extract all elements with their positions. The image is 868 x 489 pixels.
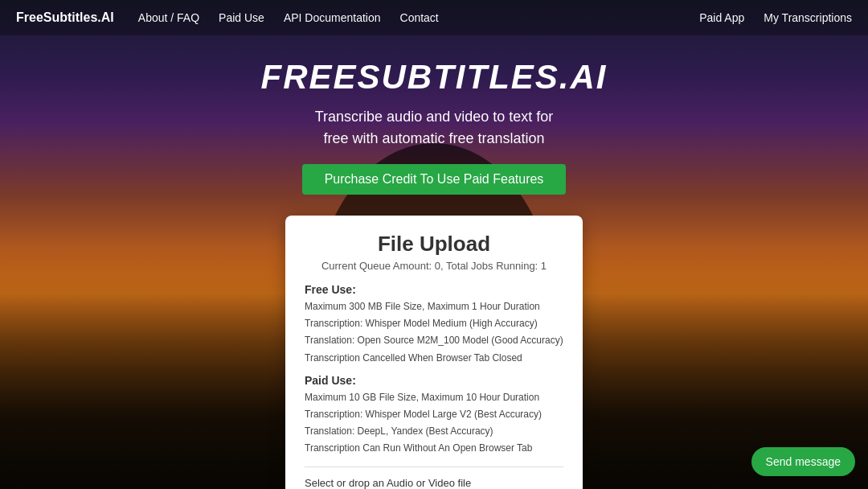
free-use-line-0: Maximum 300 MB File Size, Maximum 1 Hour… (305, 299, 563, 314)
hero-title: FREESUBTITLES.AI (16, 58, 852, 97)
file-field-label: Select or drop an Audio or Video file (305, 477, 563, 489)
paid-use-line-3: Transcription Can Run Without An Open Br… (305, 441, 563, 456)
paid-app-link[interactable]: Paid App (699, 11, 744, 24)
free-use-line-1: Transcription: Whisper Model Medium (Hig… (305, 316, 563, 331)
purchase-credit-button[interactable]: Purchase Credit To Use Paid Features (302, 164, 567, 195)
paid-use-link[interactable]: Paid Use (219, 11, 264, 24)
upload-card: File Upload Current Queue Amount: 0, Tot… (285, 216, 583, 489)
free-use-line-2: Translation: Open Source M2M_100 Model (… (305, 333, 563, 348)
paid-use-line-1: Transcription: Whisper Model Large V2 (B… (305, 407, 563, 422)
hero-subtitle-line2: free with automatic free translation (323, 130, 544, 146)
navbar: FreeSubtitles.AI About / FAQ Paid Use AP… (0, 0, 868, 35)
free-use-line-3: Transcription Cancelled When Browser Tab… (305, 351, 563, 366)
divider (305, 466, 563, 467)
paid-use-label: Paid Use: (305, 374, 563, 387)
about-faq-link[interactable]: About / FAQ (138, 11, 199, 24)
paid-use-line-2: Translation: DeepL, Yandex (Best Accurac… (305, 424, 563, 439)
hero-subtitle: Transcribe audio and video to text for f… (16, 106, 852, 150)
contact-link[interactable]: Contact (400, 11, 439, 24)
brand-logo[interactable]: FreeSubtitles.AI (16, 10, 114, 25)
send-message-button[interactable]: Send message (751, 447, 855, 476)
nav-links: About / FAQ Paid Use API Documentation C… (138, 11, 699, 24)
api-docs-link[interactable]: API Documentation (284, 11, 381, 24)
free-use-label: Free Use: (305, 283, 563, 296)
hero-subtitle-line1: Transcribe audio and video to text for (315, 109, 554, 125)
nav-right: Paid App My Transcriptions (699, 11, 852, 24)
main-content: File Upload Current Queue Amount: 0, Tot… (0, 208, 868, 489)
queue-info: Current Queue Amount: 0, Total Jobs Runn… (305, 260, 563, 272)
paid-use-line-0: Maximum 10 GB File Size, Maximum 10 Hour… (305, 390, 563, 405)
my-transcriptions-link[interactable]: My Transcriptions (764, 11, 852, 24)
upload-title: File Upload (305, 232, 563, 257)
hero-section: FREESUBTITLES.AI Transcribe audio and vi… (0, 35, 868, 208)
